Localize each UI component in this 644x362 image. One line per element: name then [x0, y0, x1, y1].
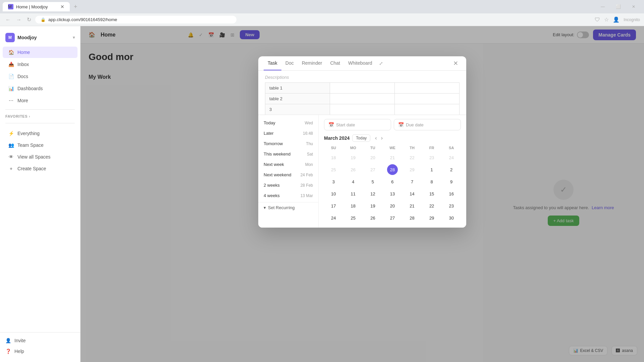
- cal-day[interactable]: 21: [407, 200, 418, 211]
- cal-day[interactable]: 10: [328, 188, 339, 199]
- star-icon[interactable]: ☆: [604, 16, 609, 23]
- table-cell[interactable]: 3: [265, 104, 330, 115]
- cal-day[interactable]: 9: [446, 176, 457, 187]
- cal-day[interactable]: 20: [387, 200, 398, 211]
- cal-day[interactable]: 24: [446, 152, 457, 163]
- modal-close-btn[interactable]: ✕: [450, 57, 461, 70]
- table-cell[interactable]: [395, 83, 460, 94]
- cal-day[interactable]: 29: [407, 164, 418, 175]
- modal-tab-task[interactable]: Task: [264, 56, 281, 70]
- table-cell[interactable]: table 1: [265, 83, 330, 94]
- cal-day[interactable]: 25: [328, 164, 339, 175]
- close-btn[interactable]: ✕: [626, 1, 641, 12]
- table-cell[interactable]: [330, 83, 395, 94]
- maximize-btn[interactable]: ⬜: [610, 1, 626, 12]
- today-btn[interactable]: Today: [352, 134, 370, 142]
- sidebar-item-dashboards[interactable]: 📊 Dashboards: [3, 83, 77, 94]
- quick-tomorrow[interactable]: Tomorrow Thu: [258, 138, 318, 149]
- sidebar-item-inbox[interactable]: 📥 Inbox: [3, 59, 77, 70]
- cal-day[interactable]: 6: [387, 176, 398, 187]
- cal-day[interactable]: 1: [426, 164, 437, 175]
- cal-day[interactable]: 25: [348, 213, 359, 223]
- cal-day[interactable]: 29: [426, 213, 437, 223]
- next-month-btn[interactable]: ›: [379, 134, 385, 142]
- cal-day[interactable]: 26: [367, 213, 378, 223]
- modal-tab-chat[interactable]: Chat: [326, 56, 344, 70]
- table-cell[interactable]: table 2: [265, 94, 330, 104]
- cal-day[interactable]: 14: [407, 188, 418, 199]
- quick-later[interactable]: Later 16:48: [258, 128, 318, 138]
- quick-this-weekend[interactable]: This weekend Sat: [258, 149, 318, 159]
- cal-day[interactable]: 27: [367, 164, 378, 175]
- sidebar-item-more[interactable]: ⋯ More: [3, 95, 77, 106]
- sidebar-invite[interactable]: 👤 Invite: [0, 335, 80, 346]
- table-cell[interactable]: [330, 94, 395, 104]
- new-tab-btn[interactable]: +: [72, 2, 79, 12]
- table-cell[interactable]: [395, 94, 460, 104]
- sidebar-help[interactable]: ❓ Help: [0, 346, 80, 357]
- prev-month-btn[interactable]: ‹: [373, 134, 379, 142]
- profile-icon[interactable]: 👤: [613, 16, 620, 23]
- cal-day[interactable]: 23: [446, 200, 457, 211]
- sidebar-item-home[interactable]: 🏠 Home: [3, 47, 77, 58]
- sidebar-label-docs: Docs: [17, 74, 28, 79]
- table-cell[interactable]: [330, 104, 395, 115]
- set-recurring-label: Set Recurring: [268, 205, 294, 210]
- workspace-header[interactable]: M Moodjoy ▾: [0, 29, 80, 46]
- quick-next-week[interactable]: Next week Mon: [258, 159, 318, 170]
- modal-tab-doc[interactable]: Doc: [281, 56, 298, 70]
- quick-today[interactable]: Today Wed: [258, 118, 318, 128]
- sidebar-item-everything[interactable]: ⚡ Everything: [3, 128, 77, 139]
- modal-expand-btn[interactable]: ⤢: [376, 58, 386, 69]
- cal-day[interactable]: 24: [328, 213, 339, 223]
- sidebar-item-view-all[interactable]: 👁 View all Spaces: [3, 151, 77, 163]
- reload-btn[interactable]: ↻: [25, 15, 33, 24]
- sidebar-item-create-space[interactable]: + Create Space: [3, 163, 77, 174]
- cal-day[interactable]: 4: [348, 176, 359, 187]
- cal-day[interactable]: 17: [328, 200, 339, 211]
- url-bar[interactable]: 🔒 app.clickup.com/9016164592/home: [35, 16, 236, 23]
- cal-day[interactable]: 20: [367, 152, 378, 163]
- cal-day[interactable]: 13: [387, 188, 398, 199]
- sidebar-item-docs[interactable]: 📄 Docs: [3, 71, 77, 82]
- sidebar-item-team-space[interactable]: 👥 Team Space: [3, 139, 77, 151]
- cal-day[interactable]: 23: [426, 152, 437, 163]
- minimize-btn[interactable]: —: [595, 1, 610, 12]
- cal-day[interactable]: 15: [426, 188, 437, 199]
- cal-day[interactable]: 5: [367, 176, 378, 187]
- quick-2-weeks[interactable]: 2 weeks 28 Feb: [258, 180, 318, 190]
- cal-day[interactable]: 11: [348, 188, 359, 199]
- cal-day[interactable]: 18: [348, 200, 359, 211]
- back-btn[interactable]: ←: [4, 15, 12, 24]
- browser-tab[interactable]: M Home | Moodjoy ✕: [3, 2, 70, 11]
- due-date-input[interactable]: 📅 Due date: [394, 119, 461, 130]
- cal-day[interactable]: 22: [407, 152, 418, 163]
- quick-next-weekend[interactable]: Next weekend 24 Feb: [258, 170, 318, 180]
- cal-day[interactable]: 12: [367, 188, 378, 199]
- cal-day[interactable]: 7: [407, 176, 418, 187]
- cal-day[interactable]: 16: [446, 188, 457, 199]
- start-date-input[interactable]: 📅 Start date: [324, 119, 391, 130]
- cal-day-today[interactable]: 28: [387, 164, 398, 175]
- cal-day[interactable]: 22: [426, 200, 437, 211]
- cal-day[interactable]: 3: [328, 176, 339, 187]
- set-recurring-btn[interactable]: ▾ Set Recurring: [258, 202, 318, 213]
- tab-close-btn[interactable]: ✕: [60, 4, 64, 9]
- cal-day[interactable]: 28: [407, 213, 418, 223]
- cal-day[interactable]: 2: [446, 164, 457, 175]
- cal-day[interactable]: 19: [348, 152, 359, 163]
- cal-day[interactable]: 18: [328, 152, 339, 163]
- cal-day[interactable]: 26: [348, 164, 359, 175]
- cal-day[interactable]: 30: [446, 213, 457, 223]
- favorites-section[interactable]: Favorites ›: [0, 112, 80, 120]
- modal-tab-whiteboard[interactable]: Whiteboard: [344, 56, 376, 70]
- cal-day[interactable]: 19: [367, 200, 378, 211]
- cal-day[interactable]: 21: [387, 152, 398, 163]
- quick-4-weeks[interactable]: 4 weeks 13 Mar: [258, 190, 318, 201]
- quick-4-weeks-date: 13 Mar: [301, 193, 313, 198]
- cal-day[interactable]: 27: [387, 213, 398, 223]
- table-cell[interactable]: [395, 104, 460, 115]
- forward-btn[interactable]: →: [15, 15, 23, 24]
- cal-day[interactable]: 8: [426, 176, 437, 187]
- modal-tab-reminder[interactable]: Reminder: [298, 56, 326, 70]
